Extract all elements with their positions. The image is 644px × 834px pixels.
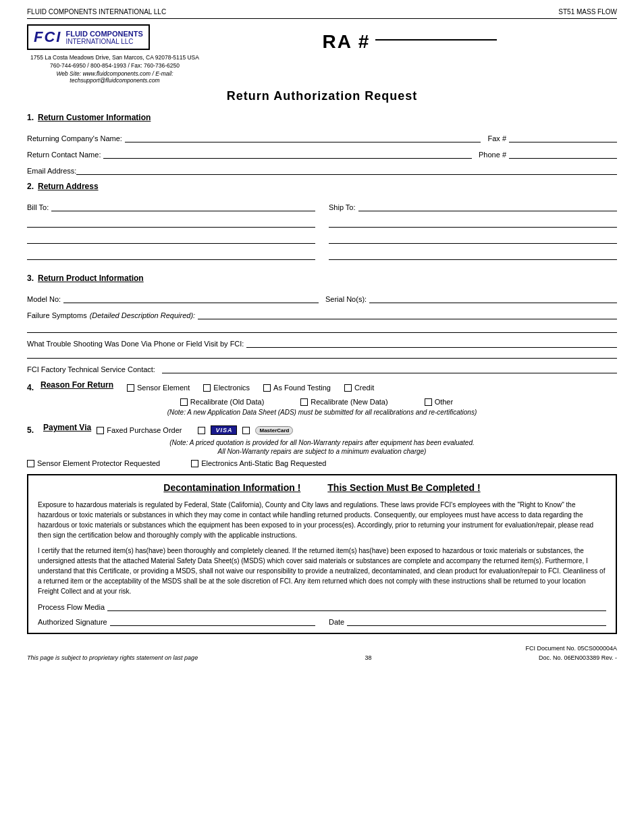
date-field-line[interactable] bbox=[347, 617, 606, 626]
logo-address2: 760-744-6950 / 800-854-1993 / Fax: 760-7… bbox=[27, 62, 203, 69]
date-label: Date bbox=[329, 618, 344, 626]
bill-label: Bill To: bbox=[27, 203, 49, 211]
checkbox-mc-box[interactable] bbox=[242, 427, 250, 434]
reason-row2: Recalibrate (Old Data) Recalibrate (New … bbox=[27, 398, 617, 406]
ship-col: Ship To: bbox=[329, 202, 617, 267]
checkbox-asfound-box[interactable] bbox=[263, 384, 271, 392]
fci-contact-label: FCI Factory Technical Service Contact: bbox=[27, 365, 155, 373]
ship-line4[interactable] bbox=[329, 251, 617, 260]
checkbox-credit-box[interactable] bbox=[344, 384, 352, 392]
ship-line3[interactable] bbox=[329, 234, 617, 244]
checkbox-recalib-old-box[interactable] bbox=[180, 398, 188, 406]
bill-line4[interactable] bbox=[27, 251, 315, 260]
sig-label: Authorized Signature bbox=[38, 618, 107, 626]
process-field[interactable] bbox=[107, 602, 606, 611]
checkbox-visa-box[interactable] bbox=[198, 427, 205, 434]
email-label: Email Address: bbox=[27, 167, 76, 175]
logo-company: FLUID COMPONENTS bbox=[65, 30, 142, 38]
section3-num: 3. bbox=[27, 273, 34, 283]
checkbox-asfound-label: As Found Testing bbox=[273, 384, 331, 392]
troubleshoot-line2[interactable] bbox=[27, 349, 617, 359]
model-serial-row: Model No: Serial No(s): bbox=[27, 294, 617, 303]
checkbox-electronics-bag-box[interactable] bbox=[191, 460, 198, 467]
footer-page: This page is subject to proprietary righ… bbox=[27, 654, 617, 661]
email-field[interactable] bbox=[76, 165, 617, 175]
logo-intl: INTERNATIONAL LLC bbox=[65, 38, 142, 45]
troubleshoot-label: What Trouble Shooting Was Done Via Phone… bbox=[27, 340, 244, 348]
ship-line1[interactable] bbox=[358, 202, 617, 211]
visa-badge: VISA bbox=[211, 425, 237, 435]
process-label: Process Flow Media bbox=[38, 603, 105, 611]
footer-doc-num: FCI Document No. 05CS000004A bbox=[525, 645, 617, 652]
bill-line1[interactable] bbox=[51, 202, 315, 211]
footer-doc-rev: Doc. No. 06EN003389 Rev. - bbox=[539, 654, 617, 661]
contact-field[interactable] bbox=[103, 149, 472, 159]
address-grid: Bill To: Ship To: bbox=[27, 202, 617, 267]
checkbox-other-box[interactable] bbox=[425, 398, 432, 406]
failure-field[interactable] bbox=[198, 310, 617, 319]
checkbox-electronics-label: Electronics bbox=[213, 384, 250, 392]
serial-label: Serial No(s): bbox=[325, 295, 367, 303]
checkbox-fpo[interactable]: Faxed Purchase Order bbox=[97, 426, 182, 434]
fax-field[interactable] bbox=[509, 133, 617, 142]
failure-label: Failure Symptoms bbox=[27, 311, 87, 319]
footer-bar: FCI Document No. 05CS000004A bbox=[27, 642, 617, 652]
section-customer-info: 1. Return Customer Information Returning… bbox=[27, 113, 617, 175]
section-reason: 4. Reason For Return Sensor Element Elec… bbox=[27, 380, 617, 416]
decon-para2: I certify that the returned item(s) has(… bbox=[38, 546, 606, 596]
fci-contact-field[interactable] bbox=[162, 364, 617, 373]
bill-line3[interactable] bbox=[27, 234, 315, 244]
checkbox-sensor[interactable]: Sensor Element bbox=[127, 384, 190, 392]
bill-line2[interactable] bbox=[27, 218, 315, 228]
decon-title1: Decontamination Information ! bbox=[163, 482, 300, 493]
failure-line2[interactable] bbox=[27, 323, 617, 333]
checkbox-fpo-box[interactable] bbox=[97, 427, 104, 434]
footer-left: This page is subject to proprietary righ… bbox=[27, 654, 198, 661]
model-field[interactable] bbox=[63, 294, 319, 303]
checkbox-recalib-new[interactable]: Recalibrate (New Data) bbox=[300, 398, 387, 406]
company-name: FLUID COMPONENTS INTERNATIONAL LLC bbox=[27, 8, 166, 16]
checkbox-electronics-bag[interactable]: Electronics Anti-Static Bag Requested bbox=[191, 459, 326, 467]
sig-field-line[interactable] bbox=[110, 617, 315, 626]
checkbox-electronics[interactable]: Electronics bbox=[203, 384, 250, 392]
fax-label: Fax # bbox=[487, 134, 506, 142]
checkbox-recalib-new-box[interactable] bbox=[300, 398, 308, 406]
checkbox-electronics-box[interactable] bbox=[203, 384, 211, 392]
checkbox-other-label: Other bbox=[435, 398, 454, 406]
checkbox-credit[interactable]: Credit bbox=[344, 384, 374, 392]
model-label: Model No: bbox=[27, 295, 61, 303]
checkbox-fpo-label: Faxed Purchase Order bbox=[107, 426, 182, 434]
decon-para1: Exposure to hazardous materials is regul… bbox=[38, 500, 606, 540]
checkbox-credit-label: Credit bbox=[354, 384, 374, 392]
decon-box: Decontamination Information ! This Secti… bbox=[27, 474, 617, 634]
serial-field[interactable] bbox=[369, 294, 617, 303]
product-code: ST51 MASS FLOW bbox=[558, 8, 617, 16]
checkbox-other[interactable]: Other bbox=[425, 398, 454, 406]
phone-field[interactable] bbox=[509, 149, 617, 159]
checkbox-sensor-protector[interactable]: Sensor Element Protector Requested bbox=[27, 459, 160, 467]
sig-row: Authorized Signature Date bbox=[38, 617, 606, 626]
troubleshoot-row: What Trouble Shooting Was Done Via Phone… bbox=[27, 338, 617, 348]
checkbox-sensor-box[interactable] bbox=[127, 384, 134, 392]
checkbox-recalib-old-label: Recalibrate (Old Data) bbox=[190, 398, 264, 406]
checkbox-sensor-protector-box[interactable] bbox=[27, 460, 34, 467]
ship-label: Ship To: bbox=[329, 203, 356, 211]
main-title: Return Authorization Request bbox=[27, 89, 617, 103]
troubleshoot-field[interactable] bbox=[246, 338, 617, 348]
section2-title: Return Address bbox=[38, 182, 99, 191]
section5-note2: All Non-Warranty repairs are subject to … bbox=[27, 448, 617, 455]
checkbox-recalib-old[interactable]: Recalibrate (Old Data) bbox=[180, 398, 264, 406]
section5-title: Payment Via bbox=[43, 423, 91, 432]
section-address: 2. Return Address Bill To: bbox=[27, 182, 617, 267]
company-field[interactable] bbox=[125, 133, 481, 142]
reason-row1: 4. Reason For Return Sensor Element Elec… bbox=[27, 380, 617, 395]
ship-line2[interactable] bbox=[329, 218, 617, 228]
section4-title: Reason For Return bbox=[41, 380, 113, 390]
ra-line bbox=[375, 39, 497, 41]
logo-address3: Web Site: www.fluidcomponents.com / E-ma… bbox=[27, 70, 203, 84]
checkbox-asfound[interactable]: As Found Testing bbox=[263, 384, 331, 392]
failure-row: Failure Symptoms (Detailed Description R… bbox=[27, 310, 617, 319]
failure-italic: (Detailed Description Required): bbox=[90, 311, 196, 319]
company-fax-row: Returning Company's Name: Fax # bbox=[27, 133, 617, 142]
process-row: Process Flow Media bbox=[38, 602, 606, 611]
